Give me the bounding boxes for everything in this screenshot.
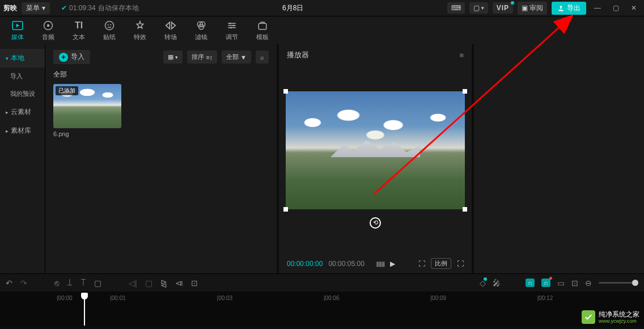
track-toggle-1[interactable]: ⏍: [526, 279, 535, 287]
player-viewport[interactable]: ⟲: [279, 66, 472, 254]
resize-handle-br[interactable]: [463, 207, 467, 212]
safezone-button[interactable]: ⛶: [418, 260, 425, 268]
sidenav-label: 本地: [11, 53, 24, 63]
vip-button[interactable]: VIP: [493, 2, 513, 14]
timeline-playhead[interactable]: [84, 293, 85, 326]
sort-icon: ≡↕: [206, 54, 213, 61]
player-panel: 播放器 ≡ ⟲ 00:00:00:00 00:00:05:00 ▮▮▮ ▶ ⛶ …: [279, 44, 472, 273]
tab-template[interactable]: 模板: [247, 20, 278, 41]
menu-button[interactable]: 菜单 ▾: [22, 2, 50, 14]
autosave-text: 自动保存本地: [98, 3, 139, 13]
resize-handle-tr[interactable]: [463, 89, 467, 94]
tab-text[interactable]: TI 文本: [63, 20, 94, 41]
timeline[interactable]: |00:00 |00:01 |00:03 |00:06 |00:09 |00:1…: [0, 292, 644, 326]
grid-icon: ▦: [168, 53, 173, 61]
review-button[interactable]: ▣审阅: [518, 2, 547, 15]
ratio-button[interactable]: 比例: [431, 258, 451, 269]
ai-button[interactable]: ◇: [480, 279, 486, 288]
tab-audio[interactable]: 音频: [33, 20, 63, 41]
export-button[interactable]: 导出: [552, 2, 586, 15]
sidenav-local[interactable]: ▾本地: [0, 49, 45, 68]
player-menu-button[interactable]: ≡: [459, 51, 464, 60]
zoom-thumb[interactable]: [632, 280, 638, 286]
close-button[interactable]: ✕: [627, 4, 641, 12]
ruler-mark: |00:12: [537, 295, 644, 306]
tab-effect[interactable]: 特效: [125, 20, 155, 41]
reverse-button[interactable]: ◁|: [129, 279, 137, 288]
mirror-v-button[interactable]: ⧏: [175, 279, 183, 288]
filter-icon: [196, 20, 207, 31]
zoom-out-button[interactable]: ⊖: [585, 279, 592, 288]
sort-button[interactable]: 排序 ≡↕: [187, 50, 217, 64]
transition-icon: [165, 20, 176, 31]
mic-button[interactable]: 🎤︎: [493, 279, 501, 288]
minimize-button[interactable]: —: [591, 4, 604, 12]
filter-button[interactable]: 全部 ▼: [222, 50, 251, 64]
tab-transition[interactable]: 转场: [155, 20, 186, 41]
watermark-logo-icon: [582, 310, 595, 324]
import-button[interactable]: + 导入: [53, 50, 90, 64]
redo-button[interactable]: ↷: [20, 279, 27, 288]
resize-handle-bl[interactable]: [283, 207, 288, 212]
mark2-button[interactable]: ⟙: [80, 278, 86, 288]
split-button[interactable]: ⎋: [54, 279, 59, 288]
mirror-h-button[interactable]: ⧎: [160, 279, 167, 288]
ruler-mark: |00:06: [324, 295, 430, 306]
tab-label: 滤镜: [195, 33, 207, 41]
svg-point-4: [108, 24, 109, 25]
mark-button[interactable]: ⟘: [67, 278, 73, 288]
maximize-button[interactable]: ▢: [609, 4, 622, 12]
sidenav-cloud[interactable]: ▸云素材: [0, 103, 45, 121]
resize-handle-tl[interactable]: [283, 89, 288, 94]
template-icon: [257, 20, 268, 31]
chevron-down-icon: ▾: [481, 5, 484, 11]
media-panel: + 导入 ▦▾ 排序 ≡↕ 全部 ▼ ⌕ 全部 已添加 6.png: [45, 44, 277, 273]
watermark-url: www.ycwjzy.com: [599, 318, 639, 324]
view-mode-button[interactable]: ▦▾: [163, 50, 183, 64]
media-icon: [12, 20, 23, 31]
layout-button[interactable]: ▢▾: [469, 2, 488, 14]
search-button[interactable]: ⌕: [256, 50, 269, 64]
svg-point-11: [230, 27, 232, 28]
svg-point-3: [105, 21, 114, 29]
text-icon: TI: [73, 20, 84, 31]
tab-sticker[interactable]: 贴纸: [94, 20, 125, 41]
menu-label: 菜单: [26, 3, 40, 13]
sidenav-label: 素材库: [11, 126, 31, 136]
chevron-down-icon: ▾: [6, 56, 9, 61]
track-toggle-2[interactable]: ⏍: [541, 279, 550, 287]
zoom-slider[interactable]: [599, 282, 638, 284]
tab-media[interactable]: 媒体: [2, 20, 33, 41]
watermark-name: 纯净系统之家: [599, 310, 639, 318]
snap-button[interactable]: ▭: [557, 279, 565, 288]
delete-button[interactable]: ▢: [94, 279, 101, 288]
undo-button[interactable]: ↶: [6, 279, 12, 288]
media-section-title: 全部: [53, 70, 269, 79]
chevron-right-icon: ▸: [6, 109, 9, 115]
vip-label: VIP: [497, 4, 509, 12]
play-button[interactable]: ▶: [390, 260, 395, 268]
freeze-button[interactable]: ▢: [145, 279, 152, 288]
rotate-handle[interactable]: ⟲: [370, 217, 381, 229]
tab-filter[interactable]: 滤镜: [186, 20, 217, 41]
player-canvas[interactable]: [286, 91, 465, 209]
tab-label: 媒体: [11, 33, 24, 41]
fullscreen-button[interactable]: ⛶: [457, 260, 464, 268]
crop-button[interactable]: ⊡: [191, 279, 198, 288]
review-label: 审阅: [529, 3, 543, 13]
keyboard-button[interactable]: ⌨: [447, 2, 465, 14]
main-area: ▾本地 导入 我的预设 ▸云素材 ▸素材库 + 导入 ▦▾ 排序 ≡↕ 全部 ▼…: [0, 44, 644, 273]
volume-bars-icon[interactable]: ▮▮▮: [376, 260, 384, 268]
sidenav-presets[interactable]: 我的预设: [0, 85, 45, 103]
chevron-down-icon: ▾: [42, 4, 45, 12]
tab-adjust[interactable]: 调节: [217, 20, 247, 41]
sidenav-import[interactable]: 导入: [0, 68, 45, 85]
ruler-mark: |00:01: [110, 295, 217, 306]
autosave-time: 01:09:34: [69, 4, 96, 12]
timecode-current: 00:00:00:00: [287, 260, 323, 268]
sidenav-library[interactable]: ▸素材库: [0, 121, 45, 140]
sticker-icon: [104, 20, 115, 31]
align-button[interactable]: ⊡: [571, 279, 578, 288]
chevron-right-icon: ▸: [6, 128, 9, 134]
media-thumbnail[interactable]: 已添加 6.png: [53, 84, 121, 137]
